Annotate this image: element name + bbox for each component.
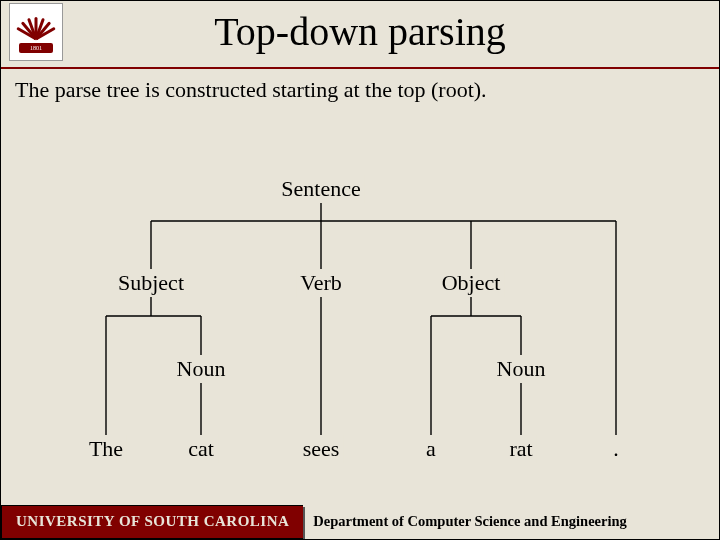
node-subject: Subject (114, 269, 188, 297)
node-object: Object (438, 269, 505, 297)
footer-department: Department of Computer Science and Engin… (303, 505, 720, 539)
slide-title: Top-down parsing (1, 1, 719, 63)
leaf-sees: sees (299, 435, 344, 463)
leaf-dot: . (609, 435, 623, 463)
leaf-cat: cat (184, 435, 218, 463)
node-verb: Verb (296, 269, 346, 297)
node-noun-2: Noun (493, 355, 550, 383)
palmetto-fan-icon (16, 11, 56, 41)
tree-connector-lines (1, 101, 720, 481)
node-sentence: Sentence (277, 175, 364, 203)
node-noun-1: Noun (173, 355, 230, 383)
leaf-rat: rat (505, 435, 536, 463)
leaf-a: a (422, 435, 440, 463)
leaf-the: The (85, 435, 127, 463)
university-logo: 1801 (9, 3, 63, 61)
title-bar: 1801 Top-down parsing (1, 1, 719, 69)
slide-subtitle: The parse tree is constructed starting a… (1, 69, 719, 103)
parse-tree-diagram: Sentence Subject Verb Object Noun Noun T… (1, 101, 720, 481)
footer-university: UNIVERSITY OF SOUTH CAROLINA (1, 505, 303, 539)
footer: UNIVERSITY OF SOUTH CAROLINA Department … (1, 505, 720, 539)
logo-year: 1801 (19, 43, 53, 53)
